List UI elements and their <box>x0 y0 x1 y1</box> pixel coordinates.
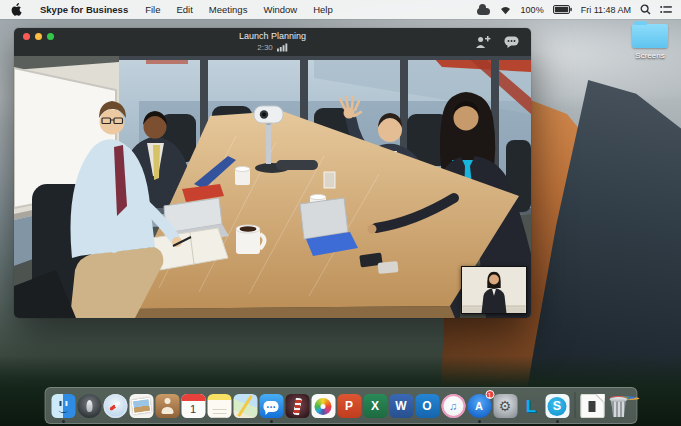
dock-divider <box>574 392 575 418</box>
menu-app-name[interactable]: Skype for Business <box>31 4 137 15</box>
itunes-icon: ♫ <box>441 394 465 418</box>
dock-item-powerpoint[interactable]: P <box>337 394 361 418</box>
conference-room-video <box>14 56 531 318</box>
dock-item-system-preferences[interactable]: ⚙ <box>493 394 517 418</box>
trash-icon <box>606 394 630 418</box>
cloud-icon[interactable] <box>477 8 490 15</box>
system-preferences-glyph: ⚙ <box>499 399 512 413</box>
app-store-glyph: A <box>475 401 483 412</box>
dock-item-trash[interactable] <box>606 394 630 418</box>
call-window: Launch Planning 2:30 <box>14 28 531 318</box>
running-indicator <box>556 420 559 423</box>
call-actions <box>475 36 519 48</box>
maps-icon <box>233 394 257 418</box>
desktop: { "menu_bar": { "app_name": "Skype for B… <box>0 0 681 426</box>
powerpoint-glyph: P <box>345 400 353 412</box>
surface-tablet <box>300 198 348 239</box>
running-indicator <box>62 420 65 423</box>
skype-business-glyph: S <box>548 397 567 416</box>
safari-icon <box>103 394 127 418</box>
skype-business-icon: S <box>545 394 569 418</box>
photos-icon <box>311 394 335 418</box>
dock-item-launchpad[interactable] <box>77 394 101 418</box>
launchpad-icon <box>77 394 101 418</box>
battery-icon[interactable] <box>553 5 572 14</box>
dock-item-safari[interactable] <box>103 394 127 418</box>
desktop-folder-screens[interactable]: Screens <box>620 24 680 60</box>
dock-item-itunes[interactable]: ♫ <box>441 394 465 418</box>
outlook-glyph: O <box>422 400 431 412</box>
dock-item-word[interactable]: W <box>389 394 413 418</box>
battery-percent[interactable]: 100% <box>521 5 544 15</box>
dock-item-maps[interactable] <box>233 394 257 418</box>
running-indicator <box>270 420 273 423</box>
notification-badge: 1 <box>485 390 494 399</box>
dock-item-outlook[interactable]: O <box>415 394 439 418</box>
menu-status-area: 100% Fri 11:48 AM <box>477 4 681 15</box>
dock-item-photos[interactable] <box>311 394 335 418</box>
dock-item-contacts[interactable] <box>155 394 179 418</box>
excel-glyph: X <box>371 400 379 412</box>
menu-left: Skype for Business FileEditMeetingsWindo… <box>0 3 341 16</box>
system-preferences-icon: ⚙ <box>493 394 517 418</box>
dock-item-messages[interactable]: … <box>259 394 283 418</box>
self-view-scene <box>462 267 526 313</box>
self-view-video[interactable] <box>461 266 527 314</box>
call-timer: 2:30 <box>257 43 273 52</box>
menu-clock[interactable]: Fri 11:48 AM <box>581 5 631 15</box>
finder-icon <box>51 394 75 418</box>
dock-item-notes[interactable] <box>207 394 231 418</box>
word-icon: W <box>389 394 413 418</box>
window-titlebar[interactable]: Launch Planning 2:30 <box>14 28 531 56</box>
dock-item-excel[interactable]: X <box>363 394 387 418</box>
folder-icon <box>632 24 668 48</box>
notification-center-icon[interactable] <box>660 5 672 15</box>
dock-item-document[interactable] <box>580 394 604 418</box>
water-glass <box>324 172 335 188</box>
outlook-icon: O <box>415 394 439 418</box>
add-participant-icon[interactable] <box>475 36 491 48</box>
dock-item-finder[interactable] <box>51 394 75 418</box>
calendar-icon: 1 <box>181 394 205 418</box>
call-video-area <box>14 56 531 318</box>
menu-edit[interactable]: Edit <box>168 4 200 15</box>
apple-logo-icon <box>11 3 22 16</box>
notes-icon <box>207 394 231 418</box>
dock-item-calendar[interactable]: 1 <box>181 394 205 418</box>
itunes-glyph: ♫ <box>449 401 457 412</box>
menu-items: FileEditMeetingsWindowHelp <box>137 4 341 15</box>
call-title: Launch Planning <box>14 31 531 42</box>
preview-icon <box>129 394 153 418</box>
dock-item-lync[interactable]: L <box>519 394 543 418</box>
dock: 1…PXWO♫A1⚙LS <box>44 387 637 424</box>
dock-item-photo-booth[interactable] <box>285 394 309 418</box>
dock-item-skype-business[interactable]: S <box>545 394 569 418</box>
menu-meetings[interactable]: Meetings <box>201 4 256 15</box>
signal-strength-icon <box>277 43 288 52</box>
photo-booth-icon <box>285 394 309 418</box>
document-icon <box>580 394 604 418</box>
apple-menu[interactable] <box>0 3 31 16</box>
wifi-icon[interactable] <box>499 4 512 15</box>
messages-icon: … <box>259 394 283 418</box>
dock-item-preview[interactable] <box>129 394 153 418</box>
contacts-icon <box>155 394 179 418</box>
lync-glyph: L <box>526 398 536 415</box>
calendar-glyph: 1 <box>190 404 196 415</box>
lync-icon: L <box>519 394 543 418</box>
menu-bar: Skype for Business FileEditMeetingsWindo… <box>0 0 681 19</box>
titlebar-center: Launch Planning 2:30 <box>14 31 531 52</box>
folder-label: Screens <box>620 51 680 60</box>
spotlight-search-icon[interactable] <box>640 4 651 15</box>
menu-window[interactable]: Window <box>255 4 305 15</box>
menu-file[interactable]: File <box>137 4 168 15</box>
menu-help[interactable]: Help <box>305 4 341 15</box>
excel-icon: X <box>363 394 387 418</box>
word-glyph: W <box>395 400 406 412</box>
messages-glyph: … <box>264 401 279 412</box>
phone <box>378 261 399 274</box>
chat-icon[interactable] <box>504 36 519 48</box>
dock-item-app-store[interactable]: A1 <box>467 394 491 418</box>
powerpoint-icon: P <box>337 394 361 418</box>
running-indicator <box>478 420 481 423</box>
